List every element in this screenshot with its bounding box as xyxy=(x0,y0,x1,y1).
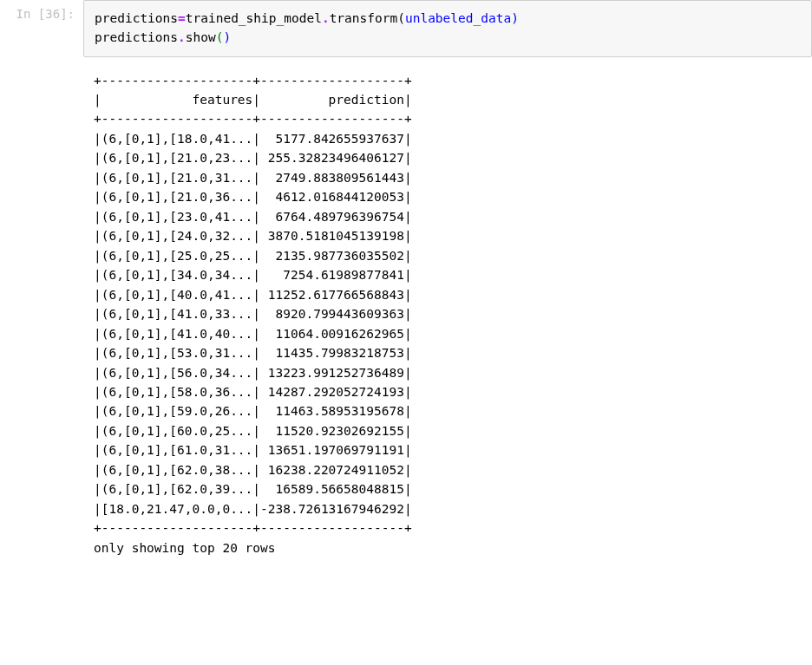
stdout-output: +--------------------+------------------… xyxy=(83,68,812,565)
table-footer: only showing top 20 rows xyxy=(94,541,276,555)
table-row: |(6,[0,1],[25.0,25...| 2135.987736035502… xyxy=(94,249,412,263)
code-token: predictions xyxy=(95,30,178,44)
code-token: . xyxy=(322,11,330,25)
input-prompt: In [36]: xyxy=(0,0,83,21)
table-row: |[18.0,21.47,0.0,0...|-238.7261316794629… xyxy=(94,502,412,516)
table-border: +--------------------+------------------… xyxy=(94,521,412,535)
code-token: predictions xyxy=(95,11,178,25)
table-row: |(6,[0,1],[34.0,34...| 7254.61989877841| xyxy=(94,268,412,282)
table-row: |(6,[0,1],[41.0,33...| 8920.799443609363… xyxy=(94,307,412,321)
table-border: +--------------------+------------------… xyxy=(94,112,412,126)
table-row: |(6,[0,1],[60.0,25...| 11520.92302692155… xyxy=(94,424,412,438)
table-row: |(6,[0,1],[58.0,36...| 14287.29205272419… xyxy=(94,385,412,399)
code-token: show xyxy=(186,30,216,44)
table-row: |(6,[0,1],[56.0,34...| 13223.99125273648… xyxy=(94,366,412,380)
table-row: |(6,[0,1],[23.0,41...| 6764.489796396754… xyxy=(94,210,412,224)
code-token: trained_ship_model xyxy=(186,11,322,25)
notebook-cell: In [36]: predictions=trained_ship_model.… xyxy=(0,0,812,57)
table-row: |(6,[0,1],[59.0,26...| 11463.58953195678… xyxy=(94,404,412,418)
table-row: |(6,[0,1],[61.0,31...| 13651.19706979119… xyxy=(94,443,412,457)
prompt-in-label: In xyxy=(16,7,38,21)
table-row: |(6,[0,1],[21.0,36...| 4612.016844120053… xyxy=(94,190,412,204)
table-row: |(6,[0,1],[21.0,31...| 2749.883809561443… xyxy=(94,171,412,185)
code-token: ( xyxy=(397,11,405,25)
code-token: unlabeled_data xyxy=(405,11,511,25)
table-row: |(6,[0,1],[18.0,41...| 5177.842655937637… xyxy=(94,132,412,146)
prompt-exec-count: 36 xyxy=(45,7,60,21)
code-token: ) xyxy=(223,30,231,44)
prompt-close-bracket: ]: xyxy=(60,7,75,21)
table-row: |(6,[0,1],[62.0,39...| 16589.56658048815… xyxy=(94,482,412,496)
table-row: |(6,[0,1],[24.0,32...| 3870.518104513919… xyxy=(94,229,412,243)
table-row: |(6,[0,1],[41.0,40...| 11064.00916262965… xyxy=(94,327,412,341)
table-border: +--------------------+------------------… xyxy=(94,74,412,88)
code-token: . xyxy=(178,30,186,44)
table-row: |(6,[0,1],[21.0,23...| 255.3282349640612… xyxy=(94,151,412,165)
table-header: | features| prediction| xyxy=(94,93,412,107)
table-row: |(6,[0,1],[62.0,38...| 16238.22072491105… xyxy=(94,463,412,477)
code-token: = xyxy=(178,11,186,25)
code-input[interactable]: predictions=trained_ship_model.transform… xyxy=(83,0,812,57)
table-row: |(6,[0,1],[53.0,31...| 11435.79983218753… xyxy=(94,346,412,360)
output-row: +--------------------+------------------… xyxy=(0,57,812,565)
code-token: ) xyxy=(511,11,519,25)
code-token: transform xyxy=(330,11,398,25)
table-row: |(6,[0,1],[40.0,41...| 11252.61776656884… xyxy=(94,288,412,302)
